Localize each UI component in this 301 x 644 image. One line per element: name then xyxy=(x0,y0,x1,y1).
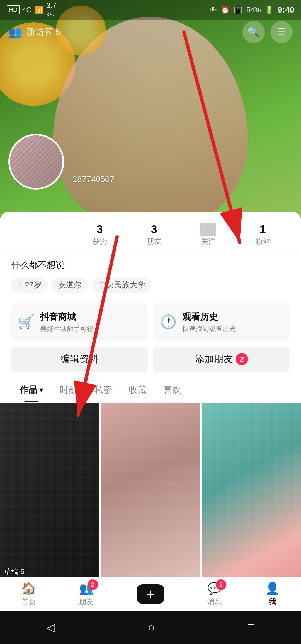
followers-count: 1 xyxy=(259,223,266,236)
bio-section: 什么都不想说 ♀ 27岁 安道尔 中央民族大学 xyxy=(0,252,301,297)
nav-messages[interactable]: 💬 3 消息 xyxy=(207,582,222,607)
add-friend-button[interactable]: 添加朋友 2 xyxy=(153,347,290,372)
home-button[interactable]: ○ xyxy=(148,621,155,634)
video-blur-2 xyxy=(101,403,200,580)
bottom-nav: 🏠 首页 👥 2 朋友 + 💬 3 消息 👤 我 xyxy=(0,577,301,611)
search-button[interactable]: 🔍 xyxy=(242,21,265,43)
status-left: HD 4G 📶 3.7K/s xyxy=(7,1,57,18)
avatar[interactable] xyxy=(8,134,64,190)
gender-icon: ♀ xyxy=(17,281,23,289)
hd-icon: HD xyxy=(7,5,20,14)
video-blur-3 xyxy=(202,403,301,580)
action-buttons: 编辑资料 添加朋友 2 xyxy=(0,347,301,378)
service-row: 🛒 抖音商城 美好生活触手可得 🕐 观看历史 快速找到观看历史 xyxy=(0,297,301,347)
shop-subtitle: 美好生活触手可得 xyxy=(40,324,94,333)
friends-count: 3 xyxy=(151,223,157,236)
alarm-icon: ⏰ xyxy=(221,6,230,14)
nav-home-label: 首页 xyxy=(21,597,36,607)
tab-private[interactable]: 私密 xyxy=(86,378,120,402)
recent-button[interactable]: □ xyxy=(248,621,254,634)
tag-location: 安道尔 xyxy=(52,277,88,293)
history-info: 观看历史 快速找到观看历史 xyxy=(182,311,236,333)
add-friend-label: 添加朋友 xyxy=(195,353,233,365)
stats-row: 3 获赞 3 朋友 ██ 关注 1 粉丝 xyxy=(0,212,301,252)
back-button[interactable]: ◁ xyxy=(47,621,55,634)
status-bar: HD 4G 📶 3.7K/s 👁 ⏰ 📳 54% 🔋 9:40 xyxy=(0,0,301,20)
signal-4g: 4G xyxy=(22,6,32,14)
post-button[interactable]: + xyxy=(137,584,164,604)
history-subtitle: 快速找到观看历史 xyxy=(182,324,236,333)
add-friend-badge: 2 xyxy=(236,353,248,365)
bio-text: 什么都不想说 xyxy=(11,259,290,271)
messages-badge: 3 xyxy=(216,579,226,590)
video-label-1: 草稿 5 xyxy=(4,567,25,577)
nav-friends[interactable]: 👥 2 朋友 xyxy=(79,582,94,607)
profile-card: 3 获赞 3 朋友 ██ 关注 1 粉丝 什么都不想说 ♀ 27岁 安道尔 xyxy=(0,212,301,611)
history-card[interactable]: 🕐 观看历史 快速找到观看历史 xyxy=(153,303,290,341)
visitor-label: 新访客 5 xyxy=(26,26,60,38)
tab-moments-label: 时刻 xyxy=(60,384,77,396)
nav-messages-label: 消息 xyxy=(207,597,222,607)
nav-me[interactable]: 👤 我 xyxy=(265,582,280,607)
history-icon: 🕐 xyxy=(160,314,177,330)
battery-percent: 54% xyxy=(246,6,261,14)
tags-row: ♀ 27岁 安道尔 中央民族大学 xyxy=(11,277,290,293)
shop-title: 抖音商城 xyxy=(40,311,94,323)
following-count: ██ xyxy=(200,223,216,236)
video-grid: 草稿 5 xyxy=(0,402,301,582)
speed-label: 3.7K/s xyxy=(46,1,56,18)
content-tabs: 作品 ▾ 时刻 私密 收藏 喜欢 xyxy=(0,378,301,402)
android-nav: ◁ ○ □ xyxy=(0,611,301,644)
avatar-image xyxy=(10,135,62,188)
avatar-section: 287740507 xyxy=(8,134,114,190)
menu-button[interactable]: ☰ xyxy=(270,21,293,43)
tab-works-label: 作品 xyxy=(20,384,37,396)
shop-card[interactable]: 🛒 抖音商城 美好生活触手可得 xyxy=(11,303,148,341)
tab-moments[interactable]: 时刻 xyxy=(51,378,86,402)
header-actions: 🔍 ☰ xyxy=(242,21,293,43)
user-id: 287740507 xyxy=(72,175,114,184)
edit-profile-button[interactable]: 编辑资料 xyxy=(11,347,148,372)
tab-likes-label: 喜欢 xyxy=(163,384,181,396)
stat-followers[interactable]: 1 粉丝 xyxy=(236,223,290,246)
eye-icon: 👁 xyxy=(210,6,217,14)
vibrate-icon: 📳 xyxy=(234,6,242,14)
nav-friends-label: 朋友 xyxy=(79,597,94,607)
tag-age: ♀ 27岁 xyxy=(11,277,48,293)
battery-icon: 🔋 xyxy=(265,6,274,14)
tab-works[interactable]: 作品 ▾ xyxy=(11,378,51,402)
tab-likes[interactable]: 喜欢 xyxy=(155,378,190,402)
tab-arrow-icon: ▾ xyxy=(40,386,43,394)
school-label: 中央民族大学 xyxy=(98,280,145,290)
following-label: 关注 xyxy=(201,237,216,246)
video-thumb-2[interactable] xyxy=(101,403,200,580)
shop-icon: 🛒 xyxy=(18,314,35,330)
visitor-bar: 👥 新访客 5 🔍 ☰ xyxy=(0,20,301,45)
nav-post[interactable]: + xyxy=(137,584,164,604)
video-thumb-1[interactable]: 草稿 5 xyxy=(0,403,99,580)
tab-favorites[interactable]: 收藏 xyxy=(120,378,155,402)
wifi-icon: 📶 xyxy=(35,6,43,14)
likes-count: 3 xyxy=(96,223,103,236)
followers-label: 粉丝 xyxy=(256,237,270,246)
history-title: 观看历史 xyxy=(182,311,236,323)
status-right: 👁 ⏰ 📳 54% 🔋 9:40 xyxy=(210,5,294,14)
nav-home[interactable]: 🏠 首页 xyxy=(21,582,36,607)
shop-info: 抖音商城 美好生活触手可得 xyxy=(40,311,94,333)
friends-badge: 2 xyxy=(88,579,98,590)
stat-following[interactable]: ██ 关注 xyxy=(181,223,236,246)
visitor-info[interactable]: 👥 新访客 5 xyxy=(8,26,60,39)
video-blur-1 xyxy=(0,403,99,580)
friends-label: 朋友 xyxy=(147,237,161,246)
visitor-icon: 👥 xyxy=(8,26,22,39)
likes-label: 获赞 xyxy=(93,237,107,246)
stat-friends[interactable]: 3 朋友 xyxy=(127,223,181,246)
video-thumb-3[interactable] xyxy=(202,403,301,580)
tag-school: 中央民族大学 xyxy=(92,277,151,293)
location-label: 安道尔 xyxy=(58,280,82,290)
tab-favorites-label: 收藏 xyxy=(129,384,147,396)
hero-character xyxy=(53,17,248,226)
clock: 9:40 xyxy=(278,5,294,14)
stat-likes[interactable]: 3 获赞 xyxy=(72,223,127,246)
tab-private-label: 私密 xyxy=(94,384,112,396)
